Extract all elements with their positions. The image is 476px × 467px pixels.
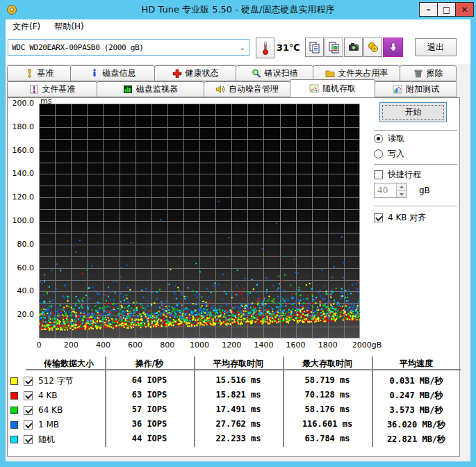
y-tick-label: 120.0 bbox=[9, 192, 34, 202]
magnifier-icon bbox=[252, 69, 261, 78]
maximize-button[interactable]: □ bbox=[437, 2, 456, 17]
x-tick-label: 1000 bbox=[190, 341, 209, 350]
speaker-icon bbox=[215, 85, 225, 94]
tab-row-1: 基准 磁盘信息 健康状态 bbox=[7, 65, 460, 81]
tab-label: 磁盘信息 bbox=[103, 67, 136, 79]
tab-aam[interactable]: 自动噪音管理 bbox=[204, 81, 290, 97]
series-checkbox[interactable] bbox=[24, 377, 33, 386]
copy-image-button[interactable] bbox=[325, 38, 343, 57]
camera-icon bbox=[347, 41, 360, 54]
folder-icon bbox=[325, 69, 335, 78]
separator bbox=[374, 206, 457, 206]
spinner-value: 40 bbox=[375, 183, 396, 197]
menu-file[interactable]: 文件(F) bbox=[6, 19, 47, 34]
col-ops-per-sec: 操作/秒 bbox=[136, 358, 163, 370]
table-cell: 57 IOPS bbox=[132, 404, 167, 414]
window-title: HD Tune 专业版 5.50 - 硬盘/固态硬盘实用程序 bbox=[0, 3, 476, 16]
series-label: 4 KB bbox=[38, 391, 58, 400]
series-label: 512 字节 bbox=[38, 375, 74, 387]
exit-button[interactable]: 退出 bbox=[415, 38, 457, 56]
tab-label: 文件基准 bbox=[42, 83, 76, 95]
align-option[interactable]: 4 KB 对齐 bbox=[374, 212, 426, 224]
coins-icon bbox=[367, 41, 379, 54]
registration-button[interactable] bbox=[363, 38, 382, 57]
spinner-down-icon[interactable] bbox=[397, 191, 407, 198]
write-option[interactable]: 写入 bbox=[374, 148, 404, 160]
table-row: 512 字节 bbox=[10, 374, 74, 388]
tab-disk-info[interactable]: 磁盘信息 bbox=[70, 65, 155, 81]
access-time-scatter-chart bbox=[39, 104, 360, 338]
start-button[interactable]: 开始 bbox=[379, 102, 447, 122]
table-cell: 0.031 MB/秒 bbox=[389, 375, 443, 387]
download-arrow-icon bbox=[388, 42, 399, 53]
col-transfer-size: 传输数据大小 bbox=[44, 358, 94, 370]
tab-health[interactable]: 健康状态 bbox=[154, 65, 236, 81]
title-bar: HD Tune 专业版 5.50 - 硬盘/固态硬盘实用程序 – □ ✕ bbox=[0, 0, 476, 19]
tab-label: 随机存取 bbox=[322, 83, 356, 95]
table-cell: 44 IOPS bbox=[132, 434, 167, 443]
toolbar: WDC WD20EARX-00PASB0 (2000 gB) ⌄ 31℃ bbox=[6, 34, 470, 64]
series-color-swatch bbox=[10, 392, 18, 400]
series-checkbox[interactable] bbox=[24, 435, 33, 444]
read-option[interactable]: 读取 bbox=[374, 133, 404, 145]
spinner-up-icon[interactable] bbox=[397, 183, 407, 191]
series-color-swatch bbox=[10, 407, 18, 414]
series-color-swatch bbox=[10, 377, 18, 385]
tab-row-2: 文件基准 磁盘监视器 自动噪音管理 bbox=[7, 81, 460, 97]
x-tick-label: 1600 bbox=[286, 341, 306, 350]
minimize-button[interactable]: – bbox=[419, 2, 438, 17]
write-radio[interactable] bbox=[374, 149, 383, 158]
short-stroke-option[interactable]: 快捷行程 bbox=[374, 169, 421, 181]
x-tick-label: 2000gB bbox=[352, 341, 382, 350]
gb-unit-label: gB bbox=[419, 186, 430, 195]
close-button[interactable]: ✕ bbox=[455, 2, 474, 17]
file-benchmark-icon bbox=[29, 85, 39, 94]
tab-random-access[interactable]: 随机存取 bbox=[290, 79, 375, 97]
tab-file-benchmark[interactable]: 文件基准 bbox=[7, 81, 97, 97]
random-access-panel: ms 200.0180.0160.0140.0120.0100.080.060.… bbox=[7, 97, 460, 457]
temperature-button[interactable] bbox=[256, 38, 274, 58]
table-row: 1 MB bbox=[10, 418, 59, 432]
menu-help[interactable]: 帮助(H) bbox=[47, 19, 90, 34]
y-tick-label: 200.0 bbox=[9, 99, 34, 108]
x-tick-label: 1400 bbox=[254, 341, 273, 350]
tab-erase[interactable]: 擦除 bbox=[400, 65, 457, 81]
x-tick-label: 800 bbox=[160, 341, 174, 350]
short-stroke-size-spinner[interactable]: 40 bbox=[374, 183, 407, 198]
x-tick-label: 600 bbox=[128, 341, 142, 350]
y-tick-label: 100.0 bbox=[9, 216, 34, 225]
tab-label: 磁盘监视器 bbox=[136, 83, 178, 95]
table-row: 4 KB bbox=[10, 388, 58, 402]
copy-text-button[interactable] bbox=[305, 38, 324, 57]
drive-select[interactable]: WDC WD20EARX-00PASB0 (2000 gB) ⌄ bbox=[8, 39, 249, 56]
read-radio[interactable] bbox=[374, 134, 383, 143]
short-stroke-checkbox[interactable] bbox=[374, 170, 383, 179]
short-stroke-label: 快捷行程 bbox=[388, 169, 421, 181]
screenshot-button[interactable] bbox=[344, 38, 363, 57]
align-checkbox[interactable] bbox=[374, 213, 383, 222]
update-check-button[interactable] bbox=[383, 38, 403, 57]
temperature-value: 31℃ bbox=[277, 42, 300, 53]
menu-bar: 文件(F) 帮助(H) bbox=[6, 19, 470, 34]
table-cell: 22.233 ms bbox=[215, 434, 261, 443]
y-tick-label: 60.0 bbox=[9, 263, 34, 272]
tab-benchmark[interactable]: 基准 bbox=[7, 65, 71, 81]
series-label: 1 MB bbox=[38, 420, 59, 429]
table-cell: 36 IOPS bbox=[132, 419, 167, 429]
y-tick-label: 180.0 bbox=[9, 122, 34, 131]
separator bbox=[374, 130, 457, 131]
table-row: 64 KB bbox=[10, 403, 63, 417]
series-checkbox[interactable] bbox=[24, 420, 33, 429]
series-checkbox[interactable] bbox=[24, 406, 33, 415]
column-divider bbox=[105, 357, 106, 447]
series-color-swatch bbox=[10, 436, 18, 443]
separator bbox=[374, 164, 457, 165]
series-checkbox[interactable] bbox=[24, 391, 33, 400]
tab-extra-tests[interactable]: 附加测试 bbox=[375, 81, 457, 97]
table-cell: 17.491 ms bbox=[215, 404, 261, 414]
y-tick-label: 140.0 bbox=[9, 169, 34, 178]
table-cell: 27.762 ms bbox=[215, 419, 261, 429]
x-tick-label: 1200 bbox=[222, 341, 241, 350]
tab-disk-monitor[interactable]: 磁盘监视器 bbox=[97, 81, 204, 97]
tab-label: 自动噪音管理 bbox=[229, 83, 279, 95]
